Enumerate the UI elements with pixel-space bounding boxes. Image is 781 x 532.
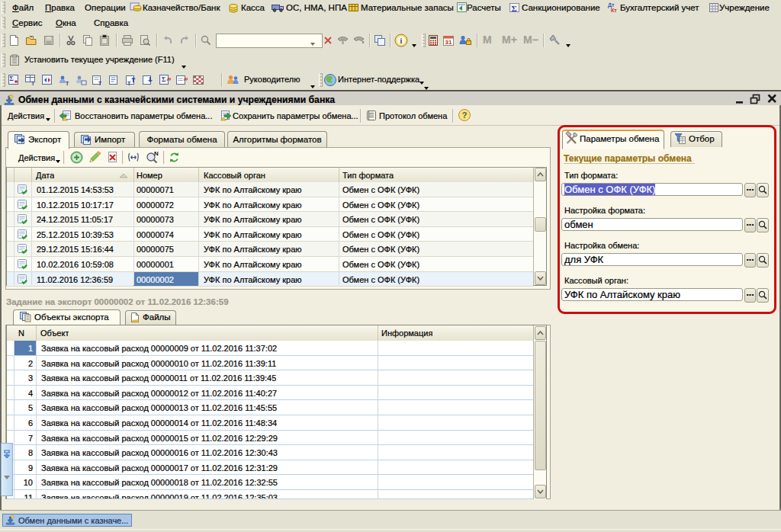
svg-text:N: N — [154, 150, 159, 157]
svg-text:Σ: Σ — [511, 4, 516, 13]
svg-text:?: ? — [462, 111, 468, 120]
svg-text:дк: дк — [184, 76, 188, 81]
svg-text:T: T — [31, 81, 35, 86]
svg-text:Σ: Σ — [9, 75, 13, 82]
svg-text:i: i — [400, 37, 403, 45]
svg-text:T: T — [98, 81, 102, 86]
svg-text:дк: дк — [167, 76, 171, 81]
svg-text:Кт: Кт — [611, 8, 617, 13]
svg-text:Σ: Σ — [162, 76, 166, 83]
svg-text:T: T — [127, 81, 131, 86]
svg-text:T: T — [66, 81, 69, 86]
svg-text:31: 31 — [445, 39, 452, 46]
